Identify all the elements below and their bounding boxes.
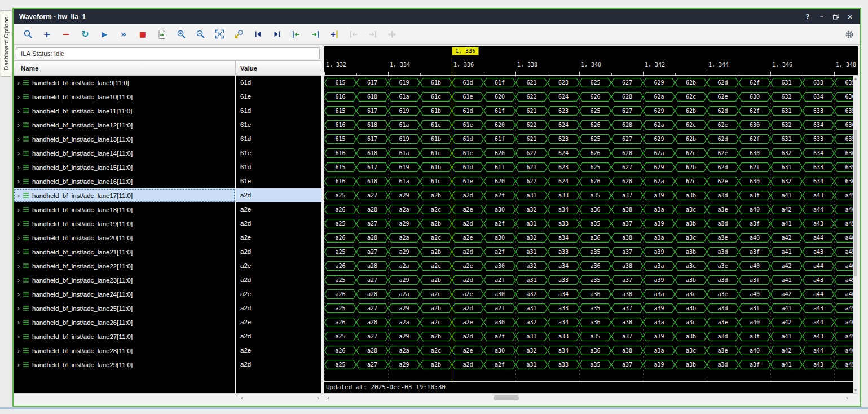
cursor-line[interactable] — [452, 76, 452, 381]
scroll-up-icon[interactable] — [853, 76, 858, 81]
signal-row[interactable]: ›handheld_bf_inst/adc_lane10[11:0] — [14, 90, 235, 104]
stop-trigger-icon[interactable]: ■ — [135, 27, 150, 42]
expander-icon[interactable]: › — [14, 248, 23, 256]
signal-row[interactable]: ›handheld_bf_inst/adc_lane26[11:0] — [14, 315, 235, 329]
signal-row[interactable]: ›handheld_bf_inst/adc_lane24[11:0] — [14, 287, 235, 301]
bus-value-cell: a27 — [356, 191, 389, 200]
signal-row[interactable]: ›handheld_bf_inst/adc_lane29[11:0] — [14, 358, 235, 372]
vscroll-thumb[interactable] — [854, 130, 857, 276]
timeline[interactable]: 1, 336 1, 3321, 3341, 3361, 3381, 3401, … — [324, 46, 858, 76]
minimize-button[interactable]: – — [817, 12, 826, 21]
signal-value: a2e — [236, 343, 321, 358]
add-icon[interactable]: + — [39, 27, 54, 42]
find-icon[interactable] — [20, 27, 35, 42]
add-marker-icon[interactable] — [327, 27, 342, 42]
expander-icon[interactable]: › — [14, 262, 23, 270]
scroll-down-icon[interactable] — [853, 387, 858, 393]
previous-marker-icon[interactable] — [346, 27, 361, 42]
expander-icon[interactable]: › — [14, 304, 23, 312]
signal-row[interactable]: ›handheld_bf_inst/adc_lane20[11:0] — [14, 231, 235, 245]
goto-last-time-icon[interactable] — [270, 27, 284, 42]
bus-value-cell: 617 — [356, 106, 389, 116]
expander-icon[interactable]: › — [14, 219, 23, 228]
snap-to-transition-icon[interactable] — [385, 27, 399, 42]
bus-value-cell: 62a — [643, 120, 675, 130]
waveform-vscrollbar[interactable] — [853, 76, 858, 393]
signal-row[interactable]: ›handheld_bf_inst/adc_lane15[11:0] — [14, 160, 235, 174]
next-transition-icon[interactable] — [308, 27, 323, 42]
scroll-left-icon[interactable] — [239, 395, 245, 402]
expander-icon[interactable]: › — [14, 276, 23, 284]
signal-row[interactable]: ›handheld_bf_inst/adc_lane11[11:0] — [14, 104, 235, 118]
run-trigger-immediate-icon[interactable]: » — [116, 27, 131, 42]
signal-row[interactable]: ›handheld_bf_inst/adc_lane18[11:0] — [14, 202, 235, 217]
expander-icon[interactable]: › — [14, 107, 23, 115]
remove-icon[interactable]: − — [59, 27, 73, 42]
signal-row[interactable]: ›handheld_bf_inst/adc_lane27[11:0] — [14, 329, 235, 343]
expander-icon[interactable]: › — [14, 346, 23, 355]
scroll-right-icon[interactable] — [844, 395, 851, 402]
run-trigger-icon[interactable]: ▶ — [97, 27, 112, 42]
help-button[interactable]: ? — [803, 12, 812, 21]
scroll-right-icon[interactable] — [315, 395, 321, 402]
cursor-line[interactable] — [452, 54, 452, 76]
expander-icon[interactable]: › — [14, 360, 23, 369]
expander-icon[interactable]: › — [14, 163, 23, 171]
bus-value-cell: a2c — [420, 289, 452, 299]
signal-row[interactable]: ›handheld_bf_inst/adc_lane23[11:0] — [14, 273, 235, 287]
signal-row[interactable]: ›handheld_bf_inst/adc_lane12[11:0] — [14, 118, 235, 132]
signal-row[interactable]: ›handheld_bf_inst/adc_lane9[11:0] — [14, 76, 235, 90]
close-button[interactable]: × — [845, 12, 854, 21]
name-column-header[interactable]: Name — [14, 60, 236, 76]
signal-row[interactable]: ›handheld_bf_inst/adc_lane28[11:0] — [14, 343, 235, 358]
expander-icon[interactable]: › — [14, 318, 23, 327]
zoom-in-icon[interactable] — [174, 27, 188, 42]
scroll-left-icon[interactable] — [325, 395, 332, 402]
float-button[interactable] — [831, 12, 840, 21]
waveform-hscrollbar[interactable] — [324, 393, 858, 402]
expander-icon[interactable]: › — [14, 290, 23, 298]
hscroll-thumb[interactable] — [494, 395, 519, 400]
signal-row[interactable]: ›handheld_bf_inst/adc_lane16[11:0] — [14, 174, 235, 188]
expander-icon[interactable]: › — [14, 149, 23, 157]
signal-panel-hscrollbar[interactable] — [14, 393, 323, 402]
value-column: 61d61e61d61e61d61e61d61ea2da2ea2da2ea2da… — [236, 76, 321, 393]
wave-area[interactable]: 61561761961b61d61f62162362562762962b62d6… — [324, 76, 853, 381]
goto-time-zero-icon[interactable] — [250, 27, 265, 42]
expander-icon[interactable]: › — [14, 234, 23, 242]
bus-value-cell: 628 — [611, 148, 644, 158]
expander-icon[interactable]: › — [14, 332, 23, 341]
zoom-out-icon[interactable] — [193, 27, 208, 42]
zoom-fit-icon[interactable] — [212, 27, 227, 42]
bus-value-cell: 624 — [548, 177, 580, 186]
settings-icon[interactable] — [842, 27, 857, 42]
signal-row[interactable]: ›handheld_bf_inst/adc_lane14[11:0] — [14, 146, 235, 160]
bus-value-cell: a31 — [515, 219, 548, 228]
signal-row[interactable]: ›handheld_bf_inst/adc_lane21[11:0] — [14, 245, 235, 259]
signal-value: a2e — [236, 287, 321, 301]
export-ila-data-icon[interactable] — [155, 27, 169, 42]
signal-row[interactable]: ›handheld_bf_inst/adc_lane25[11:0] — [14, 301, 235, 315]
signal-row[interactable]: ›handheld_bf_inst/adc_lane19[11:0] — [14, 217, 235, 231]
zoom-to-cursor-icon[interactable] — [231, 27, 246, 42]
expander-icon[interactable]: › — [14, 191, 23, 200]
bus-value-cell: a3f — [739, 191, 771, 200]
expander-icon[interactable]: › — [14, 93, 23, 101]
signal-row[interactable]: ›handheld_bf_inst/adc_lane17[11:0] — [14, 188, 235, 202]
signal-row[interactable]: ›handheld_bf_inst/adc_lane13[11:0] — [14, 132, 235, 146]
dashboard-options-tab[interactable]: Dashboard Options — [1, 10, 11, 77]
expander-icon[interactable]: › — [14, 135, 23, 143]
cursor-time-label[interactable]: 1, 336 — [452, 47, 479, 55]
expander-icon[interactable]: › — [14, 121, 23, 129]
expander-icon[interactable]: › — [14, 177, 23, 186]
value-column-header[interactable]: Value — [235, 60, 321, 76]
expander-icon[interactable]: › — [14, 78, 23, 87]
next-marker-icon[interactable] — [365, 27, 380, 42]
signal-row[interactable]: ›handheld_bf_inst/adc_lane22[11:0] — [14, 259, 235, 273]
bus-value-cell: a34 — [548, 346, 580, 355]
expander-icon[interactable]: › — [14, 205, 23, 214]
previous-transition-icon[interactable] — [289, 27, 303, 42]
window-titlebar[interactable]: Waveform - hw_ila_1 ?–× — [14, 9, 860, 24]
rerun-trigger-icon[interactable]: ↻ — [78, 27, 92, 42]
window-title: Waveform - hw_ila_1 — [14, 13, 86, 21]
